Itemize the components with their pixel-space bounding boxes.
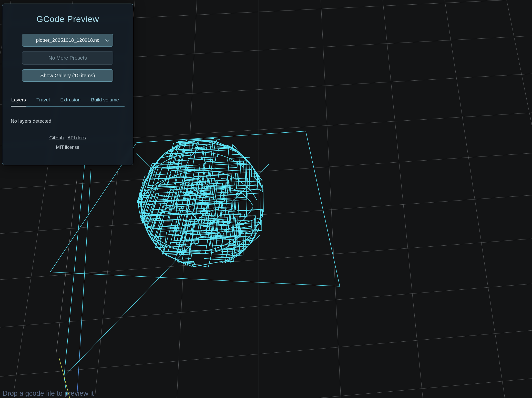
tab-bar: Layers Travel Extrusion Build volume [11, 97, 125, 107]
load-preset-button[interactable]: No More Presets [22, 51, 113, 65]
link-separator: - [65, 135, 67, 140]
tab-travel[interactable]: Travel [36, 97, 50, 106]
tab-extrusion[interactable]: Extrusion [60, 97, 81, 106]
gcode-file-select[interactable]: plotter_20251018_120918.nc [22, 34, 113, 47]
chevron-down-icon [105, 39, 109, 42]
tab-layers[interactable]: Layers [11, 97, 26, 107]
gcode-file-select-value: plotter_20251018_120918.nc [36, 37, 99, 43]
app-window: GCode Preview plotter_20251018_120918.nc… [0, 0, 532, 398]
api-docs-link[interactable]: API docs [68, 135, 86, 140]
tab-build-volume[interactable]: Build volume [90, 97, 119, 106]
drop-hint-text: Drop a gcode file to preview it [3, 390, 94, 397]
layers-empty-state: No layers detected [11, 118, 125, 124]
footer-links: GitHub - API docs [11, 135, 125, 141]
page-title: GCode Preview [11, 14, 125, 24]
show-gallery-button[interactable]: Show Gallery (10 items) [22, 69, 113, 82]
license-text: MIT license [11, 145, 125, 150]
github-link[interactable]: GitHub [49, 135, 64, 140]
control-panel: GCode Preview plotter_20251018_120918.nc… [2, 4, 133, 165]
